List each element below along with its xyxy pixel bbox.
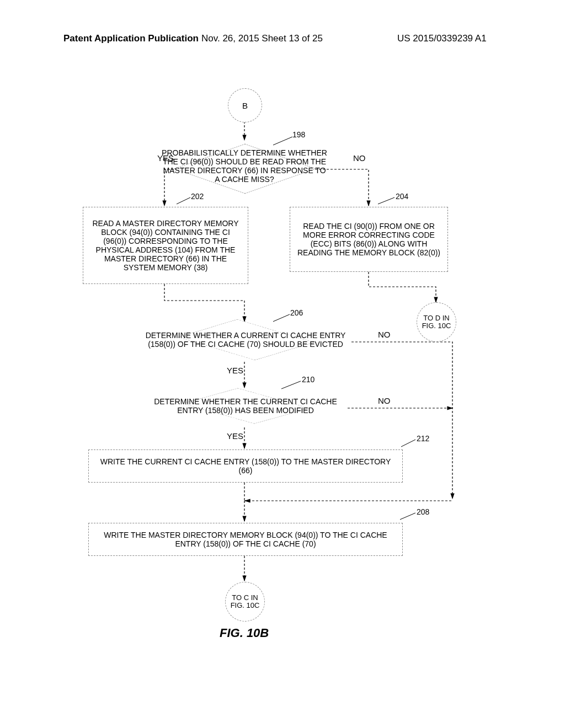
box-212-text: WRITE THE CURRENT CI CACHE ENTRY (158(0)… — [94, 457, 397, 475]
ref-208: 208 — [417, 507, 429, 516]
svg-line-11 — [401, 440, 415, 447]
yes-206: YES — [227, 366, 243, 375]
yes-210: YES — [227, 431, 243, 441]
decision-198: PROBABILISTICALLY DETERMINE WHETHER THE … — [134, 141, 355, 199]
yes-198: YES — [157, 153, 174, 163]
box-202-text: READ A MASTER DIRECTORY MEMORY BLOCK (94… — [89, 219, 242, 272]
header-mid: Nov. 26, 2015 Sheet 13 of 25 — [201, 33, 323, 44]
ref-202: 202 — [191, 192, 204, 201]
box-204-text: READ THE CI (90(0)) FROM ONE OR MORE ERR… — [296, 222, 442, 257]
svg-line-10 — [281, 381, 301, 389]
ref-204: 204 — [396, 192, 408, 201]
decision-206: DETERMINE WHETHER A CURRENT CI CACHE ENT… — [138, 323, 352, 361]
box-212: WRITE THE CURRENT CI CACHE ENTRY (158(0)… — [88, 449, 403, 483]
box-202: READ A MASTER DIRECTORY MEMORY BLOCK (94… — [83, 207, 248, 284]
figure-caption: FIG. 10B — [220, 626, 269, 640]
box-208-text: WRITE THE MASTER DIRECTORY MEMORY BLOCK … — [94, 531, 397, 548]
no-198: NO — [353, 153, 366, 163]
decision-210-text: DETERMINE WHETHER THE CURRENT CI CACHE E… — [146, 397, 345, 415]
flowchart: B PROBABILISTICALLY DETERMINE WHETHER TH… — [72, 88, 502, 656]
connector-d: TO D IN FIG. 10C — [417, 302, 456, 342]
connector-c-label: TO C IN FIG. 10C — [226, 594, 264, 610]
connector-c: TO C IN FIG. 10C — [225, 582, 265, 622]
decision-206-text: DETERMINE WHETHER A CURRENT CI CACHE ENT… — [143, 331, 348, 349]
no-206: NO — [378, 330, 391, 339]
connector-b-label: B — [242, 101, 248, 110]
decision-198-text: PROBABILISTICALLY DETERMINE WHETHER THE … — [162, 148, 327, 184]
ref-198: 198 — [292, 130, 305, 139]
ref-206: 206 — [290, 308, 303, 317]
svg-line-9 — [273, 314, 290, 322]
page-header: Patent Application Publication Nov. 26, … — [0, 33, 565, 50]
header-right: US 2015/0339239 A1 — [397, 33, 487, 44]
decision-210: DETERMINE WHETHER THE CURRENT CI CACHE E… — [141, 389, 348, 427]
svg-line-12 — [400, 513, 415, 520]
ref-210: 210 — [302, 375, 315, 384]
box-208: WRITE THE MASTER DIRECTORY MEMORY BLOCK … — [88, 523, 403, 556]
connector-d-label: TO D IN FIG. 10C — [417, 314, 456, 330]
box-204: READ THE CI (90(0)) FROM ONE OR MORE ERR… — [290, 207, 448, 272]
svg-line-8 — [378, 197, 395, 204]
no-210: NO — [378, 396, 391, 405]
header-left: Patent Application Publication — [63, 33, 199, 44]
ref-212: 212 — [417, 434, 429, 443]
connector-b: B — [228, 88, 262, 122]
